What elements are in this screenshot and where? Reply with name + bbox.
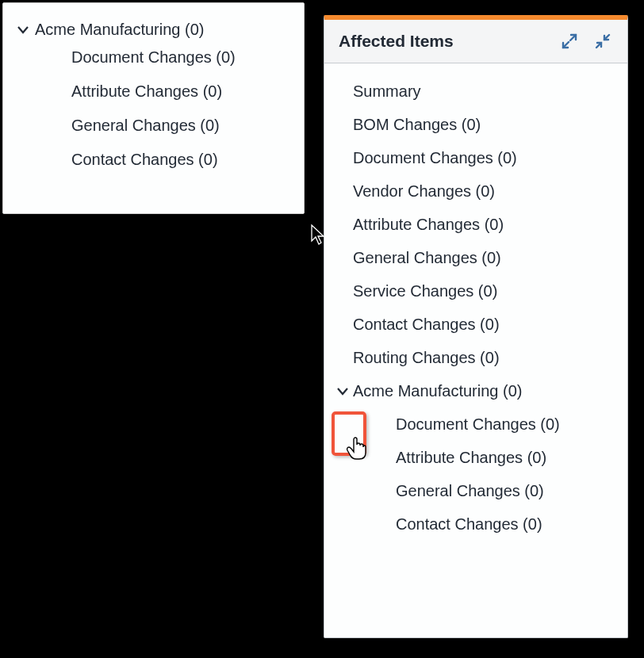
panel-title: Affected Items: [339, 32, 454, 51]
nested-item-document-changes[interactable]: Document Changes (0): [396, 409, 613, 442]
panel-body: Summary BOM Changes (0) Document Changes…: [324, 63, 627, 542]
row-service-changes[interactable]: Service Changes (0): [353, 276, 613, 309]
nested-item-attribute-changes[interactable]: Attribute Changes (0): [396, 442, 613, 476]
left-tree-panel: Acme Manufacturing (0) Document Changes …: [2, 2, 305, 214]
row-routing-changes[interactable]: Routing Changes (0): [353, 342, 613, 376]
panel-header: Affected Items: [324, 20, 627, 63]
tree-children: Document Changes (0) Attribute Changes (…: [16, 44, 291, 180]
tree-root-acme[interactable]: Acme Manufacturing (0): [16, 17, 291, 44]
row-bom-changes[interactable]: BOM Changes (0): [353, 109, 613, 143]
nested-item-general-changes[interactable]: General Changes (0): [396, 476, 613, 509]
row-document-changes[interactable]: Document Changes (0): [353, 143, 613, 176]
tree-root-label: Acme Manufacturing (0): [35, 21, 204, 39]
nested-tree: Acme Manufacturing (0) Document Changes …: [337, 376, 613, 542]
nested-root-label: Acme Manufacturing (0): [353, 382, 522, 400]
tree-item-attribute-changes[interactable]: Attribute Changes (0): [71, 78, 291, 112]
affected-items-panel: Affected Items: [324, 15, 628, 638]
row-summary[interactable]: Summary: [353, 76, 613, 109]
expand-icon[interactable]: [559, 31, 580, 52]
row-attribute-changes[interactable]: Attribute Changes (0): [353, 209, 613, 243]
row-general-changes[interactable]: General Changes (0): [353, 243, 613, 276]
row-contact-changes[interactable]: Contact Changes (0): [353, 309, 613, 342]
nested-item-contact-changes[interactable]: Contact Changes (0): [396, 509, 613, 542]
tree-item-contact-changes[interactable]: Contact Changes (0): [71, 146, 291, 180]
row-vendor-changes[interactable]: Vendor Changes (0): [353, 176, 613, 209]
header-icons: [559, 31, 613, 52]
nested-root-acme[interactable]: Acme Manufacturing (0): [337, 376, 613, 409]
chevron-down-icon[interactable]: [337, 386, 348, 397]
tree-item-document-changes[interactable]: Document Changes (0): [71, 44, 291, 78]
nested-children: Document Changes (0) Attribute Changes (…: [337, 409, 613, 542]
collapse-icon[interactable]: [592, 31, 613, 52]
tree-item-general-changes[interactable]: General Changes (0): [71, 112, 291, 146]
chevron-down-icon[interactable]: [17, 25, 29, 36]
